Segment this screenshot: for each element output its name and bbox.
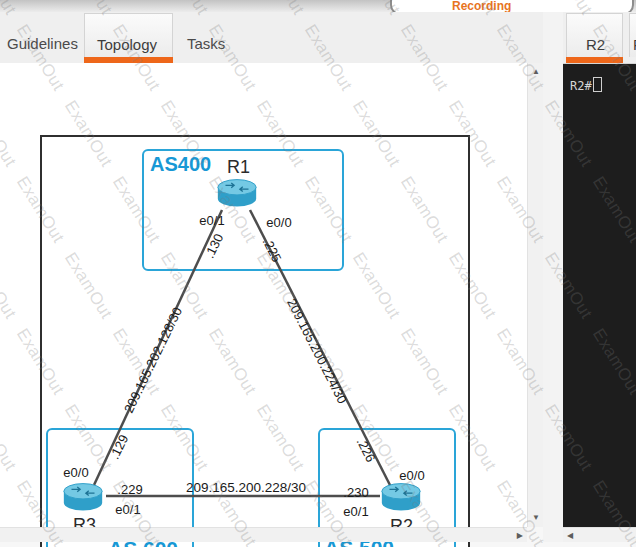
r2-console-terminal[interactable]: R2# [563, 64, 636, 527]
tab-topology-label: Topology [97, 36, 157, 53]
terminal-prompt-line: R2# [570, 77, 602, 93]
tab-tasks[interactable]: Tasks [187, 35, 225, 52]
panel-splitter[interactable] [543, 12, 563, 542]
router-r2-icon [378, 480, 424, 514]
router-r1-icon [214, 176, 260, 210]
r2-if-e0-1-label: e0/1 [343, 504, 368, 519]
tab-guidelines[interactable]: Guidelines [7, 35, 78, 52]
topology-panel: AS400 R1 R3 AS 600 R2 AS 500 e0/1 e0/0 e… [0, 63, 527, 527]
left-horizontal-scrollbar[interactable]: ▶ [0, 527, 527, 542]
left-vertical-scrollbar[interactable]: ▲ ▼ [527, 63, 543, 527]
tab-topology[interactable]: Topology [84, 13, 173, 57]
topology-frame: AS400 R1 R3 AS 600 R2 AS 500 e0/1 e0/0 e… [40, 135, 470, 547]
tab-r2-console[interactable]: R2 [566, 13, 623, 57]
terminal-cursor [593, 77, 602, 92]
active-tab-underline-right [566, 57, 623, 63]
tab-next-console-clipped[interactable]: R [629, 13, 636, 57]
router-r3-icon [60, 480, 106, 514]
link-r3-r2-r3-addr: .229 [117, 482, 142, 497]
scroll-left-icon[interactable]: ◀ [567, 532, 573, 540]
r3-if-e0-1-label: e0/1 [115, 502, 140, 517]
link-r3-r2-subnet: 209.165.200.228/30 [186, 480, 306, 495]
exam-simulator-window: Recording Guidelines Topology Tasks [0, 0, 636, 547]
scroll-right-icon[interactable]: ▶ [517, 532, 523, 540]
scroll-up-icon[interactable]: ▲ [532, 68, 540, 76]
router-r1-label: R1 [227, 157, 250, 178]
r1-if-e0-0-label: e0/0 [266, 215, 291, 230]
r2-if-e0-0-label: e0/0 [399, 468, 424, 483]
r3-if-e0-0-label: e0/0 [63, 465, 88, 480]
scroll-down-icon[interactable]: ▼ [532, 514, 540, 522]
r1-if-e0-1-label: e0/1 [199, 213, 224, 228]
tab-r2-label: R2 [586, 36, 605, 53]
as400-label: AS400 [150, 153, 211, 176]
link-r3-r2-r2-addr: .230 [343, 485, 368, 500]
terminal-prompt: R2# [570, 79, 592, 93]
right-horizontal-scrollbar[interactable]: ◀ [563, 527, 636, 542]
